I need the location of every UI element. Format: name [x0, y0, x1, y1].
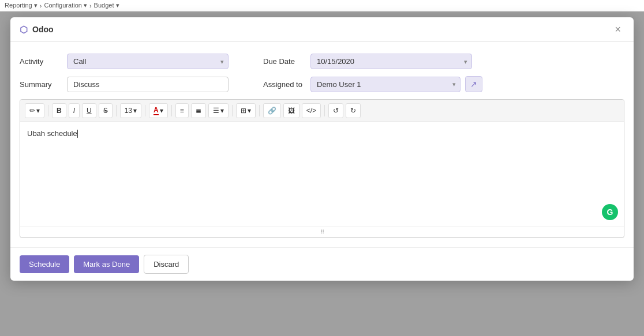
- assigned-to-group: Assigned to Demo User 1 Demo User 2 Admi…: [263, 76, 482, 92]
- assigned-to-select[interactable]: Demo User 1 Demo User 2 Admin: [310, 77, 460, 92]
- due-date-label: Due Date: [263, 57, 304, 66]
- assigned-to-label: Assigned to: [263, 80, 304, 89]
- mark-as-done-button[interactable]: Mark as Done: [74, 255, 139, 273]
- image-icon: 🖼: [288, 107, 295, 115]
- editor-content-value: Ubah schedule: [27, 129, 77, 138]
- text-cursor: [77, 130, 78, 138]
- font-color-button[interactable]: A ▾: [149, 103, 168, 118]
- bold-icon: B: [57, 107, 62, 115]
- drag-handle[interactable]: ⠿: [320, 229, 324, 235]
- align-icon: ☰: [213, 107, 219, 115]
- configuration-menu[interactable]: Configuration ▾: [44, 2, 87, 9]
- numbered-list-button[interactable]: ≣: [191, 103, 206, 118]
- summary-group: Summary: [20, 76, 229, 92]
- activity-select-wrapper: Call Email Meeting To-Do: [67, 54, 229, 69]
- editor-content-area[interactable]: Ubah schedule G: [20, 122, 624, 226]
- grammarly-icon: G: [607, 207, 613, 217]
- underline-button[interactable]: U: [82, 103, 96, 118]
- link-button[interactable]: 🔗: [263, 103, 281, 118]
- modal-header: ⬡ Odoo ×: [10, 17, 634, 42]
- code-icon: </>: [306, 107, 316, 115]
- editor-toolbar: ✏ ▾ B I U S̶: [20, 100, 624, 122]
- image-button[interactable]: 🖼: [283, 103, 299, 118]
- font-size-label: 13: [125, 107, 132, 115]
- editor-container: ✏ ▾ B I U S̶: [20, 99, 624, 238]
- modal-title-text: Odoo: [32, 25, 54, 34]
- strikethrough-icon: S̶: [103, 107, 108, 115]
- table-icon: ⊞: [241, 107, 246, 115]
- assigned-to-row: Demo User 1 Demo User 2 Admin ↗: [310, 76, 482, 92]
- modal-body: Activity Call Email Meeting To-Do Due Da…: [10, 42, 634, 247]
- code-button[interactable]: </>: [302, 103, 321, 118]
- toolbar-separator-7: [324, 105, 325, 116]
- font-size-button[interactable]: 13 ▾: [120, 103, 141, 118]
- discard-button[interactable]: Discard: [144, 255, 189, 274]
- font-size-dropdown-icon: ▾: [133, 107, 137, 115]
- grammarly-badge[interactable]: G: [602, 204, 618, 220]
- close-button[interactable]: ×: [611, 23, 624, 36]
- bullet-list-button[interactable]: ≡: [175, 103, 189, 118]
- separator2: ›: [89, 2, 92, 9]
- modal-dialog: ⬡ Odoo × Activity Call Email Meeting To-: [10, 17, 634, 281]
- schedule-button[interactable]: Schedule: [20, 255, 69, 273]
- redo-button[interactable]: ↻: [346, 103, 361, 118]
- form-row-2: Summary Assigned to Demo User 1 Demo Use…: [20, 76, 624, 92]
- align-button[interactable]: ☰ ▾: [208, 103, 229, 118]
- bold-button[interactable]: B: [52, 103, 66, 118]
- toolbar-separator-5: [232, 105, 233, 116]
- toolbar-separator-6: [259, 105, 260, 116]
- pen-icon: ✏: [29, 107, 35, 115]
- activity-label: Activity: [20, 57, 60, 66]
- italic-button[interactable]: I: [69, 103, 80, 118]
- activity-group: Activity Call Email Meeting To-Do: [20, 54, 229, 69]
- table-dropdown-icon: ▾: [248, 107, 251, 115]
- font-color-dropdown-icon: ▾: [160, 107, 163, 115]
- undo-icon: ↺: [333, 107, 339, 115]
- toolbar-separator-1: [48, 105, 48, 116]
- table-button[interactable]: ⊞ ▾: [236, 103, 256, 118]
- modal-footer: Schedule Mark as Done Discard: [10, 247, 634, 281]
- font-color-icon: A: [153, 106, 159, 115]
- undo-button[interactable]: ↺: [328, 103, 343, 118]
- modal-title: ⬡ Odoo: [20, 24, 54, 35]
- align-dropdown-icon: ▾: [220, 107, 224, 115]
- external-link-button[interactable]: ↗: [465, 76, 482, 92]
- summary-input[interactable]: [67, 77, 229, 92]
- budget-menu[interactable]: Budget ▾: [94, 2, 119, 9]
- toolbar-separator-2: [116, 105, 117, 116]
- activity-select[interactable]: Call Email Meeting To-Do: [67, 54, 229, 69]
- due-date-select[interactable]: 10/15/2020: [310, 54, 472, 69]
- modal-overlay: ⬡ Odoo × Activity Call Email Meeting To-: [0, 12, 644, 336]
- strikethrough-button[interactable]: S̶: [99, 103, 113, 118]
- pen-tool-button[interactable]: ✏ ▾: [25, 103, 44, 118]
- editor-text[interactable]: Ubah schedule: [27, 129, 617, 138]
- reporting-menu[interactable]: Reporting ▾: [5, 2, 38, 9]
- odoo-logo-icon: ⬡: [20, 24, 28, 35]
- assigned-to-select-wrapper: Demo User 1 Demo User 2 Admin: [310, 77, 460, 92]
- top-bar: Reporting ▾ › Configuration ▾ › Budget ▾: [0, 0, 644, 12]
- toolbar-separator-3: [145, 105, 145, 116]
- pen-dropdown-icon: ▾: [36, 107, 40, 115]
- link-icon: 🔗: [268, 107, 276, 115]
- toolbar-separator-4: [171, 105, 172, 116]
- separator: ›: [40, 2, 42, 9]
- form-row-1: Activity Call Email Meeting To-Do Due Da…: [20, 54, 624, 69]
- bullet-list-icon: ≡: [180, 107, 184, 115]
- underline-icon: U: [87, 107, 92, 115]
- summary-label: Summary: [20, 80, 60, 89]
- italic-icon: I: [73, 107, 75, 115]
- due-date-group: Due Date 10/15/2020: [263, 54, 472, 69]
- external-link-icon: ↗: [470, 80, 477, 89]
- editor-footer: ⠿: [20, 226, 624, 237]
- due-date-select-wrapper: 10/15/2020: [310, 54, 472, 69]
- redo-icon: ↻: [350, 107, 356, 115]
- numbered-list-icon: ≣: [196, 107, 201, 115]
- drag-handle-icon: ⠿: [320, 229, 324, 235]
